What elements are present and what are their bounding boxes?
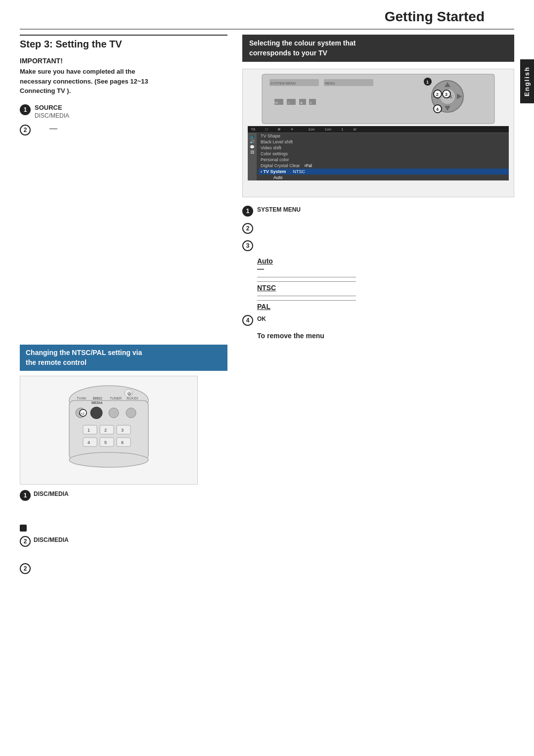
bottom-step-2-label: DISC/MEDIA xyxy=(34,535,69,544)
bottom-step-2b-num: 2 xyxy=(20,563,31,574)
bottom-step-1-label: DISC/MEDIA xyxy=(34,489,69,498)
svg-point-41 xyxy=(126,408,136,418)
left-column: Step 3: Setting the TV IMPORTANT! Make s… xyxy=(20,35,227,340)
svg-point-30 xyxy=(69,452,148,467)
remote-svg: TV/AV DISC/ MEDIA TUNER AUX/DI ⏻ 1×2 xyxy=(25,381,193,480)
auto-dash: — xyxy=(257,265,514,273)
svg-point-39 xyxy=(90,407,102,419)
bottom-step-1: 1 DISC/MEDIA xyxy=(20,489,227,501)
divider-1 xyxy=(257,277,356,277)
osd-menu: TA □ ⊕ ≡ 1on 1on 1 st 📺 🔊 💬 🖼 xyxy=(248,126,509,180)
osd-row-auto: Auto xyxy=(259,175,509,180)
step-1-sublabel: DISC/MEDIA xyxy=(35,112,69,119)
svg-text:TA: TA xyxy=(274,101,278,104)
svg-text:SYSTEM MENU: SYSTEM MENU xyxy=(270,82,296,85)
osd-row-tvsystem: ‹ TV System NTSC xyxy=(259,169,509,175)
svg-text:⏻: ⏻ xyxy=(127,392,132,396)
osd-row-digital: Digital Crystal Clear›Pal xyxy=(259,163,509,169)
device-image: SYSTEM MENU MENU OK 1 2 3 xyxy=(242,69,514,197)
ntsc-label: NTSC xyxy=(257,284,514,292)
osd-header: TA □ ⊕ ≡ 1on 1on 1 st xyxy=(248,126,509,133)
right-steps: 1 SYSTEM MENU 2 3 Auto — NTSC xyxy=(242,205,514,340)
svg-text:TV/AV: TV/AV xyxy=(77,397,87,400)
right-step-4-text: OK xyxy=(257,314,266,323)
step-2-dash: — xyxy=(49,124,57,133)
svg-text:DISC/: DISC/ xyxy=(93,397,102,400)
svg-text:MEDIA: MEDIA xyxy=(91,401,103,404)
svg-point-40 xyxy=(109,408,119,418)
right-step-3: 3 xyxy=(242,240,514,251)
divider-3 xyxy=(257,296,356,296)
right-step-2-num: 2 xyxy=(242,223,253,234)
step-1-num: 1 xyxy=(20,104,31,115)
pal-label: PAL xyxy=(257,303,514,311)
bottom-section: Changing the NTSC/PAL setting via the re… xyxy=(0,345,534,574)
svg-text:3: 3 xyxy=(445,92,447,97)
svg-text:4: 4 xyxy=(436,107,439,112)
important-label: IMPORTANT! xyxy=(20,57,227,65)
osd-row-color: Color settings xyxy=(259,151,509,157)
right-step-4-num: 4 xyxy=(242,315,253,326)
svg-text:1: 1 xyxy=(426,80,429,85)
bottom-right xyxy=(237,345,514,574)
svg-text:3: 3 xyxy=(121,428,124,433)
svg-text:MENU: MENU xyxy=(325,82,335,85)
right-step-4: 4 OK xyxy=(242,314,514,326)
remote-image: TV/AV DISC/ MEDIA TUNER AUX/DI ⏻ 1×2 xyxy=(20,376,198,485)
bottom-step-2: 2 DISC/MEDIA xyxy=(20,535,227,547)
right-step-1-num: 1 xyxy=(242,206,253,217)
language-tab: English xyxy=(520,59,534,103)
remote-svg-container: TV/AV DISC/ MEDIA TUNER AUX/DI ⏻ 1×2 xyxy=(20,376,197,484)
step-2-num: 2 xyxy=(20,125,31,135)
osd-row-personalcolor: Personal color xyxy=(259,157,509,163)
step-2: 2 — xyxy=(20,124,227,137)
right-step-3-num: 3 xyxy=(242,240,253,251)
step-1-label: SOURCE xyxy=(35,104,69,111)
svg-text:2: 2 xyxy=(104,428,107,433)
remove-menu-label: To remove the menu xyxy=(257,332,514,340)
svg-text:□: □ xyxy=(288,101,290,104)
right-step-1: 1 SYSTEM MENU xyxy=(242,205,514,217)
auto-label: Auto xyxy=(257,257,514,265)
step-heading: Step 3: Setting the TV xyxy=(20,35,227,50)
black-square-icon xyxy=(20,525,27,532)
svg-text:≡: ≡ xyxy=(310,101,312,104)
divider-4 xyxy=(257,300,356,301)
page-title: Getting Started xyxy=(20,0,514,30)
right-header-box: Selecting the colour system that corresp… xyxy=(242,35,514,62)
osd-row-videoshift: Video shift xyxy=(259,145,509,151)
svg-text:5: 5 xyxy=(104,440,107,445)
divider-2 xyxy=(257,281,356,282)
bottom-left: Changing the NTSC/PAL setting via the re… xyxy=(20,345,227,574)
right-step-2: 2 xyxy=(242,222,514,234)
svg-text:1: 1 xyxy=(88,428,90,433)
step-1-source: 1 SOURCE DISC/MEDIA xyxy=(20,104,227,119)
ok-label: OK xyxy=(257,315,266,322)
important-text: Make sure you have completed all the nec… xyxy=(20,67,227,96)
svg-text:4: 4 xyxy=(88,440,90,445)
right-column: Selecting the colour system that corresp… xyxy=(237,35,514,340)
osd-row-tvshape: TV Shape xyxy=(259,133,509,139)
section-box-ntsc-pal: Changing the NTSC/PAL setting via the re… xyxy=(20,345,227,371)
right-step-1-label: SYSTEM MENU xyxy=(257,205,301,214)
osd-row-blacklevel: Black Level shift xyxy=(259,139,509,145)
device-top-svg: SYSTEM MENU MENU OK 1 2 3 xyxy=(243,69,514,129)
svg-text:⊕: ⊕ xyxy=(300,101,303,104)
svg-text:TUNER: TUNER xyxy=(110,397,122,400)
bottom-step-1-num: 1 xyxy=(20,490,31,501)
svg-text:2: 2 xyxy=(436,92,439,97)
svg-text:1×2: 1×2 xyxy=(79,412,85,415)
bottom-step-2-num: 2 xyxy=(20,536,31,547)
svg-text:6: 6 xyxy=(121,440,124,445)
